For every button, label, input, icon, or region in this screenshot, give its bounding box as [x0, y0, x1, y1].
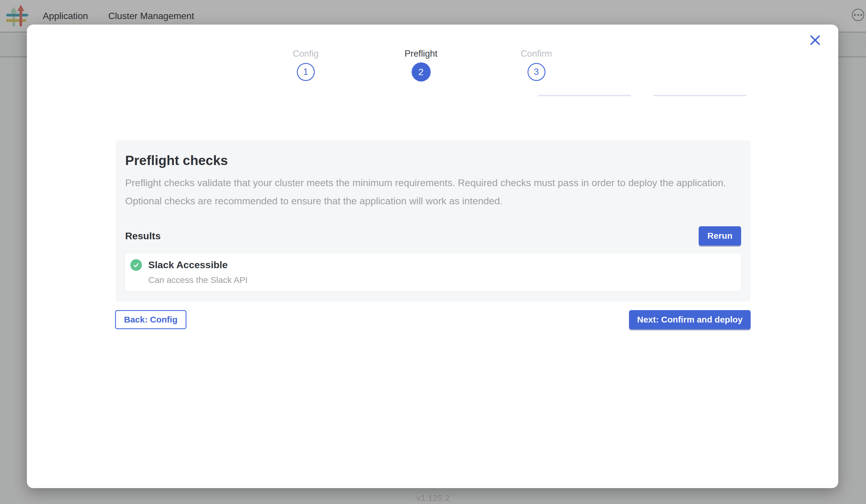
results-header-row: Results Rerun	[125, 226, 741, 246]
panel-title: Preflight checks	[125, 153, 741, 168]
preflight-result-card: Slack Accessible Can access the Slack AP…	[125, 254, 741, 291]
step-circle: 3	[528, 63, 545, 81]
close-icon	[810, 35, 820, 45]
results-title: Results	[125, 230, 161, 242]
step-label: Confirm	[521, 48, 552, 59]
preflight-modal: Config 1 Preflight 2 Confirm 3 Preflight…	[27, 24, 838, 488]
result-detail: Can access the Slack API	[148, 275, 733, 285]
stepper: Config 1 Preflight 2 Confirm 3	[248, 48, 594, 82]
back-button[interactable]: Back: Config	[115, 310, 187, 329]
step-circle: 1	[297, 63, 315, 81]
check-icon	[130, 259, 142, 271]
panel-description: Preflight checks validate that your clus…	[125, 174, 741, 210]
close-button[interactable]	[807, 32, 823, 48]
step-label: Preflight	[405, 48, 437, 59]
next-button[interactable]: Next: Confirm and deploy	[629, 310, 751, 329]
step-connector	[653, 95, 746, 96]
step-preflight: Preflight 2	[363, 48, 479, 82]
result-title: Slack Accessible	[148, 259, 228, 271]
screen: Application Cluster Management v1.125.2 …	[0, 0, 866, 504]
rerun-button[interactable]: Rerun	[699, 226, 741, 245]
result-row: Slack Accessible	[130, 259, 733, 271]
step-circle: 2	[412, 63, 431, 81]
step-connector	[538, 95, 631, 96]
step-label: Config	[293, 48, 319, 59]
preflight-panel: Preflight checks Preflight checks valida…	[115, 140, 751, 302]
step-config: Config 1	[248, 48, 363, 82]
step-confirm: Confirm 3	[479, 48, 594, 82]
